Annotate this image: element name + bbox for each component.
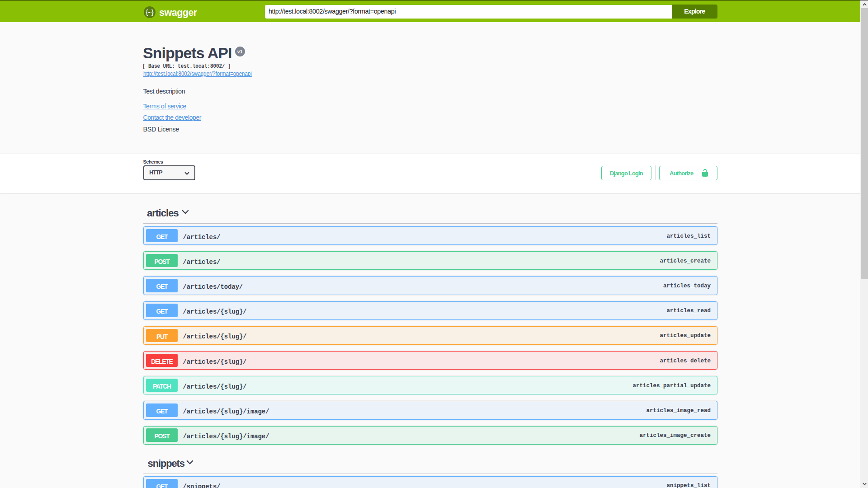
svg-text:{: { <box>146 8 148 16</box>
svg-text:}: } <box>151 8 154 16</box>
